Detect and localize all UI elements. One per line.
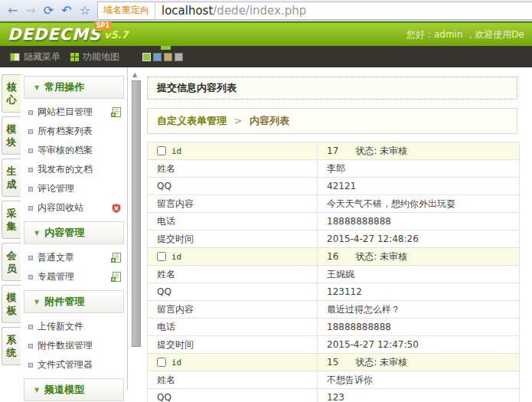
- browser-toolbar: ← → ⟳ ↶ ☆ 域名重定向 localhost/dede/index.php: [0, 0, 532, 21]
- bookmark-star-icon[interactable]: ☆: [80, 5, 90, 17]
- scroll-up-icon[interactable]: ▲: [132, 71, 137, 78]
- workspace: 核心 模块 生成 采集 会员 模板 系统 ▼ 常用操作 网站栏目管理 所有档案列…: [0, 67, 532, 391]
- sidebar-item-special-topics[interactable]: 专题管理: [21, 267, 127, 286]
- bullet-icon: [28, 129, 33, 134]
- field-value: 123112: [318, 283, 520, 301]
- version-label: v5.7: [104, 29, 129, 41]
- table-row: 姓名 李郎: [148, 160, 520, 178]
- sidebar-item-comments[interactable]: 评论管理: [21, 179, 127, 198]
- bullet-icon: [28, 187, 33, 191]
- status-badge: 状态: 未审核: [355, 251, 407, 262]
- bullet-icon: [28, 206, 33, 211]
- position-notch: [161, 46, 171, 50]
- scrollbar-thumb[interactable]: [132, 80, 141, 347]
- sidebar-item-all-archives[interactable]: 所有档案列表: [21, 122, 127, 141]
- id-label: id: [171, 358, 181, 368]
- sidebar-item-my-documents[interactable]: 我发布的文档: [21, 160, 127, 179]
- tab-collect[interactable]: 采集: [2, 201, 21, 239]
- sidebar-item-site-columns[interactable]: 网站栏目管理: [21, 103, 127, 122]
- field-value: 不想告诉你: [318, 371, 520, 389]
- feature-map-label: 功能地图: [83, 51, 119, 64]
- record-header-row: id 15状态: 未审核: [148, 354, 520, 371]
- row-select-checkbox[interactable]: [157, 358, 166, 367]
- bullet-icon: [28, 363, 33, 368]
- breadcrumb-current: 内容列表: [250, 115, 289, 126]
- skin-blue-swatch[interactable]: [153, 53, 162, 61]
- page-title: 提交信息内容列表: [147, 77, 517, 100]
- chevron-down-icon: ▼: [34, 387, 39, 394]
- skin-tan-swatch[interactable]: [164, 53, 172, 61]
- sidebar-item-normal-articles[interactable]: 普通文章: [21, 248, 127, 267]
- record-header-row: id 17状态: 未审核: [148, 142, 520, 160]
- section-common-operations[interactable]: ▼ 常用操作: [24, 76, 124, 99]
- tab-modules[interactable]: 模块: [2, 116, 21, 155]
- field-label: 姓名: [148, 160, 318, 178]
- field-label: 留言内容: [148, 301, 318, 319]
- sidebar-item-pending-archives[interactable]: 等审核的档案: [21, 141, 127, 160]
- forward-icon[interactable]: →: [25, 5, 35, 17]
- row-select-checkbox[interactable]: [157, 252, 166, 261]
- field-label: 提交时间: [148, 230, 318, 248]
- field-label: 姓名: [148, 371, 318, 389]
- sidebar-scrollbar: ▲: [128, 67, 145, 391]
- field-label: QQ: [148, 389, 318, 402]
- table-row: QQ 123112: [148, 283, 520, 301]
- welcome-text: 您好：admin ，欢迎使用De: [406, 28, 524, 41]
- table-row: 姓名 不想告诉你: [148, 371, 520, 389]
- table-row: 留言内容 最近过得怎么样？: [148, 301, 520, 319]
- field-label: 电话: [148, 213, 318, 230]
- sidebar-item-label: 上传新文件: [38, 320, 83, 333]
- id-label: id: [171, 252, 181, 262]
- doc-add-icon[interactable]: [111, 272, 121, 282]
- sidebar-item-file-manager[interactable]: 文件式管理器: [21, 355, 127, 374]
- sidebar-item-attachment-data[interactable]: 附件数据管理: [21, 336, 127, 355]
- sidebar-item-label: 附件数据管理: [38, 339, 93, 352]
- field-value: 2015-4-27 12:47:50: [318, 336, 520, 354]
- tab-members[interactable]: 会员: [2, 243, 21, 281]
- skin-green-swatch[interactable]: [142, 53, 151, 61]
- field-value: 王娓娓: [318, 266, 520, 283]
- tab-core[interactable]: 核心: [2, 74, 21, 113]
- table-row: QQ 42121: [148, 178, 520, 195]
- url-text[interactable]: localhost/dede/index.php: [155, 4, 306, 18]
- undo-icon[interactable]: ↶: [61, 5, 71, 17]
- refresh-icon[interactable]: ⟳: [44, 5, 54, 17]
- field-value: 42121: [318, 178, 520, 195]
- bullet-icon: [28, 149, 33, 153]
- table-row: 提交时间 2015-4-27 12:48:26: [148, 230, 520, 248]
- table-row: 电话 18888888888: [148, 319, 520, 336]
- address-bar[interactable]: 域名重定向 localhost/dede/index.php: [97, 2, 532, 20]
- recycle-red-icon: [112, 204, 121, 213]
- breadcrumb-separator: >: [234, 115, 243, 126]
- doc-add-icon[interactable]: [111, 107, 121, 117]
- section-content-management[interactable]: ▼ 内容管理: [24, 221, 124, 244]
- breadcrumb-parent-link[interactable]: 自定义表单管理: [157, 115, 227, 126]
- field-value: 18888888888: [318, 319, 520, 336]
- skin-gray-swatch[interactable]: [175, 53, 183, 61]
- tab-generate[interactable]: 生成: [2, 159, 21, 197]
- sidebar-item-label: 文件式管理器: [38, 358, 93, 371]
- feature-map-button[interactable]: 功能地图: [70, 51, 119, 64]
- sidebar-item-upload-file[interactable]: 上传新文件: [21, 317, 127, 336]
- row-select-checkbox[interactable]: [157, 146, 166, 155]
- sidebar-item-recycle-bin[interactable]: 内容回收站: [21, 198, 127, 217]
- sp1-badge: SP1: [94, 21, 112, 30]
- field-value: 2015-4-27 12:48:26: [318, 230, 520, 248]
- chevron-down-icon: ▼: [34, 84, 39, 91]
- tab-templates[interactable]: 模板: [2, 285, 21, 323]
- back-icon[interactable]: ←: [8, 5, 18, 17]
- bullet-icon: [28, 256, 33, 260]
- field-value: 123: [318, 389, 520, 402]
- section-channel-models[interactable]: ▼ 频道模型: [24, 378, 124, 401]
- hide-menu-button[interactable]: 隐藏菜单: [10, 51, 60, 64]
- app-header: DEDECMS SP1 v5.7 您好：admin ，欢迎使用De: [0, 21, 532, 46]
- logo-text: DEDECMS: [8, 27, 101, 43]
- domain-redirect-chip[interactable]: 域名重定向: [98, 2, 155, 19]
- field-label: 姓名: [148, 266, 318, 283]
- doc-add-icon[interactable]: [111, 253, 121, 263]
- sidebar-item-label: 内容回收站: [38, 201, 83, 214]
- tab-system[interactable]: 系统: [2, 327, 21, 365]
- section-attachment-management[interactable]: ▼ 附件管理: [24, 290, 124, 313]
- id-label: id: [171, 146, 181, 156]
- bullet-icon: [28, 325, 33, 329]
